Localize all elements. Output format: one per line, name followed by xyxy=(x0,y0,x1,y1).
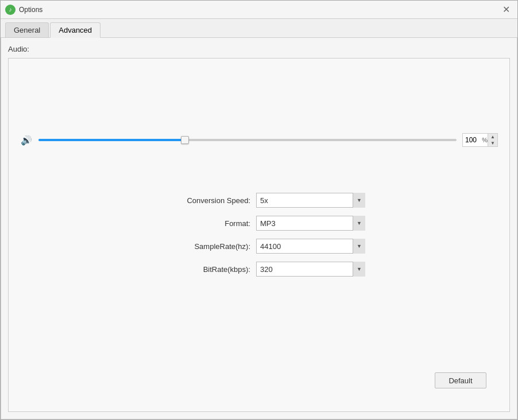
volume-percent-box: 100 % ▲ ▼ xyxy=(462,133,498,147)
sample-rate-label: SampleRate(hz): xyxy=(153,242,256,251)
close-button[interactable]: ✕ xyxy=(499,3,513,17)
form-section: Conversion Speed: 1x 2x 3x 4x 5x 6x 8x 1… xyxy=(20,193,498,277)
window-title: Options xyxy=(19,6,499,14)
sample-rate-select[interactable]: 8000 11025 16000 22050 44100 48000 xyxy=(256,239,365,254)
bit-rate-label: BitRate(kbps): xyxy=(153,265,256,274)
default-button-row: Default xyxy=(20,372,498,400)
format-row: Format: MP3 AAC OGG WAV FLAC ▼ xyxy=(32,216,486,231)
audio-panel: 🔊 100 % ▲ ▼ xyxy=(8,58,510,412)
volume-value: 100 xyxy=(463,136,482,144)
app-icon: ♪ xyxy=(5,5,16,15)
volume-decrement-button[interactable]: ▼ xyxy=(488,140,497,146)
format-select[interactable]: MP3 AAC OGG WAV FLAC xyxy=(256,216,365,231)
options-window: ♪ Options ✕ General Advanced Audio: 🔊 10… xyxy=(0,0,518,420)
slider-thumb[interactable] xyxy=(181,136,189,144)
tab-bar: General Advanced xyxy=(1,19,517,38)
tab-general[interactable]: General xyxy=(5,22,49,37)
conversion-speed-select[interactable]: 1x 2x 3x 4x 5x 6x 8x 10x xyxy=(256,193,365,208)
audio-section-label: Audio: xyxy=(8,45,510,53)
volume-icon: 🔊 xyxy=(20,135,33,146)
title-bar: ♪ Options ✕ xyxy=(1,1,517,19)
bit-rate-select[interactable]: 64 96 128 192 256 320 xyxy=(256,262,365,277)
volume-spinners: ▲ ▼ xyxy=(488,134,497,146)
volume-slider-container xyxy=(38,134,457,146)
default-button[interactable]: Default xyxy=(435,372,486,388)
tab-content: Audio: 🔊 100 % ▲ ▼ xyxy=(1,38,517,419)
format-select-wrapper: MP3 AAC OGG WAV FLAC ▼ xyxy=(256,216,365,231)
sample-rate-row: SampleRate(hz): 8000 11025 16000 22050 4… xyxy=(32,239,486,254)
volume-unit: % xyxy=(482,137,488,143)
format-label: Format: xyxy=(153,219,256,228)
bit-rate-select-wrapper: 64 96 128 192 256 320 ▼ xyxy=(256,262,365,277)
sample-rate-select-wrapper: 8000 11025 16000 22050 44100 48000 ▼ xyxy=(256,239,365,254)
conversion-speed-select-wrapper: 1x 2x 3x 4x 5x 6x 8x 10x ▼ xyxy=(256,193,365,208)
slider-fill xyxy=(38,139,185,141)
bit-rate-row: BitRate(kbps): 64 96 128 192 256 320 ▼ xyxy=(32,262,486,277)
volume-increment-button[interactable]: ▲ xyxy=(488,134,497,140)
conversion-speed-label: Conversion Speed: xyxy=(153,196,256,205)
slider-track xyxy=(38,139,457,141)
conversion-speed-row: Conversion Speed: 1x 2x 3x 4x 5x 6x 8x 1… xyxy=(32,193,486,208)
tab-advanced[interactable]: Advanced xyxy=(50,22,100,38)
volume-row: 🔊 100 % ▲ ▼ xyxy=(20,133,498,147)
